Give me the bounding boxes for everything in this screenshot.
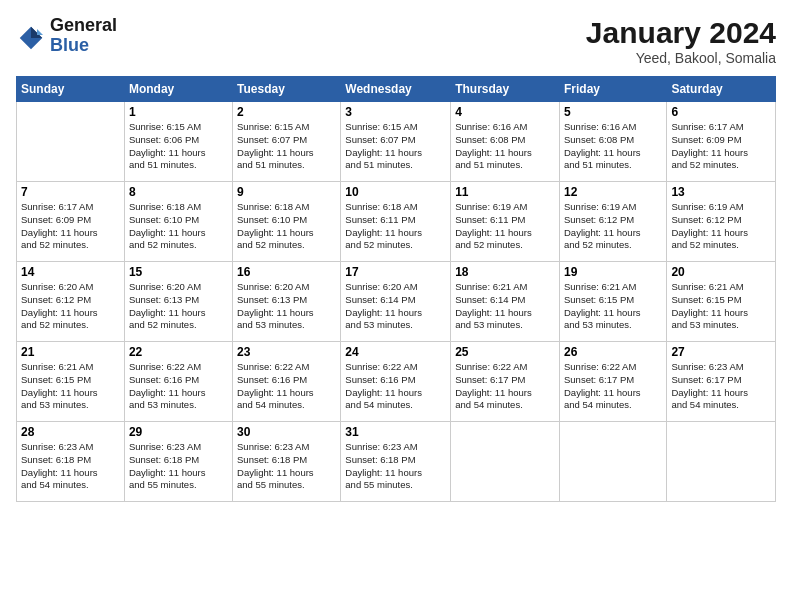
day-cell: 22Sunrise: 6:22 AM Sunset: 6:16 PM Dayli…: [124, 342, 232, 422]
col-header-sunday: Sunday: [17, 77, 125, 102]
day-cell: [451, 422, 560, 502]
day-info: Sunrise: 6:22 AM Sunset: 6:16 PM Dayligh…: [129, 361, 228, 412]
day-number: 17: [345, 265, 446, 279]
day-number: 12: [564, 185, 662, 199]
day-number: 29: [129, 425, 228, 439]
day-number: 20: [671, 265, 771, 279]
day-cell: [667, 422, 776, 502]
day-cell: 1Sunrise: 6:15 AM Sunset: 6:06 PM Daylig…: [124, 102, 232, 182]
day-cell: 23Sunrise: 6:22 AM Sunset: 6:16 PM Dayli…: [233, 342, 341, 422]
day-cell: 31Sunrise: 6:23 AM Sunset: 6:18 PM Dayli…: [341, 422, 451, 502]
day-info: Sunrise: 6:22 AM Sunset: 6:17 PM Dayligh…: [455, 361, 555, 412]
day-cell: 8Sunrise: 6:18 AM Sunset: 6:10 PM Daylig…: [124, 182, 232, 262]
day-info: Sunrise: 6:21 AM Sunset: 6:15 PM Dayligh…: [564, 281, 662, 332]
col-header-tuesday: Tuesday: [233, 77, 341, 102]
day-cell: 18Sunrise: 6:21 AM Sunset: 6:14 PM Dayli…: [451, 262, 560, 342]
day-number: 15: [129, 265, 228, 279]
day-info: Sunrise: 6:20 AM Sunset: 6:12 PM Dayligh…: [21, 281, 120, 332]
day-number: 1: [129, 105, 228, 119]
day-cell: 7Sunrise: 6:17 AM Sunset: 6:09 PM Daylig…: [17, 182, 125, 262]
day-info: Sunrise: 6:16 AM Sunset: 6:08 PM Dayligh…: [455, 121, 555, 172]
day-cell: 10Sunrise: 6:18 AM Sunset: 6:11 PM Dayli…: [341, 182, 451, 262]
calendar-header: SundayMondayTuesdayWednesdayThursdayFrid…: [17, 77, 776, 102]
day-cell: 16Sunrise: 6:20 AM Sunset: 6:13 PM Dayli…: [233, 262, 341, 342]
day-info: Sunrise: 6:21 AM Sunset: 6:14 PM Dayligh…: [455, 281, 555, 332]
day-cell: 26Sunrise: 6:22 AM Sunset: 6:17 PM Dayli…: [559, 342, 666, 422]
day-number: 18: [455, 265, 555, 279]
day-info: Sunrise: 6:15 AM Sunset: 6:07 PM Dayligh…: [345, 121, 446, 172]
day-info: Sunrise: 6:16 AM Sunset: 6:08 PM Dayligh…: [564, 121, 662, 172]
month-title: January 2024: [586, 16, 776, 50]
day-cell: 30Sunrise: 6:23 AM Sunset: 6:18 PM Dayli…: [233, 422, 341, 502]
day-info: Sunrise: 6:15 AM Sunset: 6:07 PM Dayligh…: [237, 121, 336, 172]
svg-marker-1: [31, 27, 42, 38]
day-number: 30: [237, 425, 336, 439]
day-cell: 14Sunrise: 6:20 AM Sunset: 6:12 PM Dayli…: [17, 262, 125, 342]
day-number: 8: [129, 185, 228, 199]
day-number: 25: [455, 345, 555, 359]
col-header-saturday: Saturday: [667, 77, 776, 102]
day-info: Sunrise: 6:18 AM Sunset: 6:10 PM Dayligh…: [237, 201, 336, 252]
week-row-2: 14Sunrise: 6:20 AM Sunset: 6:12 PM Dayli…: [17, 262, 776, 342]
day-number: 4: [455, 105, 555, 119]
logo-general-text: General: [50, 16, 117, 36]
day-info: Sunrise: 6:23 AM Sunset: 6:18 PM Dayligh…: [21, 441, 120, 492]
day-number: 5: [564, 105, 662, 119]
day-cell: 5Sunrise: 6:16 AM Sunset: 6:08 PM Daylig…: [559, 102, 666, 182]
day-info: Sunrise: 6:18 AM Sunset: 6:10 PM Dayligh…: [129, 201, 228, 252]
day-info: Sunrise: 6:19 AM Sunset: 6:11 PM Dayligh…: [455, 201, 555, 252]
day-info: Sunrise: 6:23 AM Sunset: 6:18 PM Dayligh…: [345, 441, 446, 492]
day-cell: [17, 102, 125, 182]
day-info: Sunrise: 6:21 AM Sunset: 6:15 PM Dayligh…: [671, 281, 771, 332]
day-number: 10: [345, 185, 446, 199]
day-number: 14: [21, 265, 120, 279]
day-info: Sunrise: 6:18 AM Sunset: 6:11 PM Dayligh…: [345, 201, 446, 252]
day-number: 6: [671, 105, 771, 119]
day-cell: 6Sunrise: 6:17 AM Sunset: 6:09 PM Daylig…: [667, 102, 776, 182]
logo-icon: [16, 23, 46, 53]
day-cell: 15Sunrise: 6:20 AM Sunset: 6:13 PM Dayli…: [124, 262, 232, 342]
day-number: 28: [21, 425, 120, 439]
day-cell: 12Sunrise: 6:19 AM Sunset: 6:12 PM Dayli…: [559, 182, 666, 262]
day-number: 26: [564, 345, 662, 359]
day-cell: 17Sunrise: 6:20 AM Sunset: 6:14 PM Dayli…: [341, 262, 451, 342]
day-cell: 29Sunrise: 6:23 AM Sunset: 6:18 PM Dayli…: [124, 422, 232, 502]
title-block: January 2024 Yeed, Bakool, Somalia: [586, 16, 776, 66]
day-number: 7: [21, 185, 120, 199]
calendar-body: 1Sunrise: 6:15 AM Sunset: 6:06 PM Daylig…: [17, 102, 776, 502]
logo: General Blue: [16, 16, 117, 56]
day-cell: 27Sunrise: 6:23 AM Sunset: 6:17 PM Dayli…: [667, 342, 776, 422]
day-cell: 21Sunrise: 6:21 AM Sunset: 6:15 PM Dayli…: [17, 342, 125, 422]
col-header-monday: Monday: [124, 77, 232, 102]
day-number: 9: [237, 185, 336, 199]
day-info: Sunrise: 6:22 AM Sunset: 6:17 PM Dayligh…: [564, 361, 662, 412]
day-cell: 2Sunrise: 6:15 AM Sunset: 6:07 PM Daylig…: [233, 102, 341, 182]
day-number: 21: [21, 345, 120, 359]
day-info: Sunrise: 6:23 AM Sunset: 6:17 PM Dayligh…: [671, 361, 771, 412]
day-number: 23: [237, 345, 336, 359]
header: General Blue January 2024 Yeed, Bakool, …: [16, 16, 776, 66]
day-cell: 3Sunrise: 6:15 AM Sunset: 6:07 PM Daylig…: [341, 102, 451, 182]
day-number: 19: [564, 265, 662, 279]
week-row-3: 21Sunrise: 6:21 AM Sunset: 6:15 PM Dayli…: [17, 342, 776, 422]
day-number: 22: [129, 345, 228, 359]
logo-text: General Blue: [50, 16, 117, 56]
day-info: Sunrise: 6:17 AM Sunset: 6:09 PM Dayligh…: [671, 121, 771, 172]
day-info: Sunrise: 6:21 AM Sunset: 6:15 PM Dayligh…: [21, 361, 120, 412]
day-cell: 4Sunrise: 6:16 AM Sunset: 6:08 PM Daylig…: [451, 102, 560, 182]
day-number: 16: [237, 265, 336, 279]
logo-blue-text: Blue: [50, 36, 117, 56]
day-cell: 19Sunrise: 6:21 AM Sunset: 6:15 PM Dayli…: [559, 262, 666, 342]
days-of-week-row: SundayMondayTuesdayWednesdayThursdayFrid…: [17, 77, 776, 102]
day-cell: 25Sunrise: 6:22 AM Sunset: 6:17 PM Dayli…: [451, 342, 560, 422]
day-cell: 28Sunrise: 6:23 AM Sunset: 6:18 PM Dayli…: [17, 422, 125, 502]
day-info: Sunrise: 6:17 AM Sunset: 6:09 PM Dayligh…: [21, 201, 120, 252]
day-cell: 9Sunrise: 6:18 AM Sunset: 6:10 PM Daylig…: [233, 182, 341, 262]
col-header-wednesday: Wednesday: [341, 77, 451, 102]
day-info: Sunrise: 6:19 AM Sunset: 6:12 PM Dayligh…: [564, 201, 662, 252]
day-info: Sunrise: 6:20 AM Sunset: 6:13 PM Dayligh…: [237, 281, 336, 332]
day-cell: [559, 422, 666, 502]
day-cell: 13Sunrise: 6:19 AM Sunset: 6:12 PM Dayli…: [667, 182, 776, 262]
day-number: 13: [671, 185, 771, 199]
day-info: Sunrise: 6:20 AM Sunset: 6:14 PM Dayligh…: [345, 281, 446, 332]
